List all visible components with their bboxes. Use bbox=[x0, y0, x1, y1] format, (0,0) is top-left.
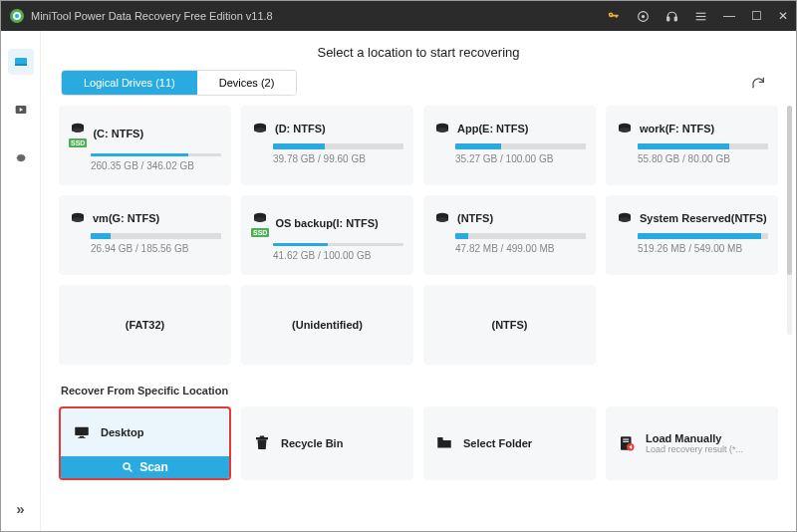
section-specific-location: Recover From Specific Location bbox=[41, 365, 796, 406]
svg-point-34 bbox=[124, 463, 130, 469]
drive-card[interactable]: (D: NTFS)39.78 GB / 99.60 GB bbox=[241, 106, 413, 185]
headphones-icon[interactable] bbox=[665, 10, 678, 23]
drive-card[interactable]: (FAT32) bbox=[59, 285, 231, 365]
tab-logical-drives[interactable]: Logical Drives (11) bbox=[62, 71, 197, 95]
hdd-icon bbox=[616, 120, 634, 137]
sidebar-item-recovery[interactable] bbox=[8, 49, 34, 75]
location-recycle-bin[interactable]: Recycle Bin bbox=[241, 406, 413, 480]
desktop-icon bbox=[73, 423, 91, 441]
drive-name: System Reserved(NTFS) bbox=[640, 212, 767, 224]
close-button[interactable]: ✕ bbox=[778, 9, 788, 23]
location-load-manually[interactable]: Load Manually Load recovery result (*... bbox=[606, 406, 778, 480]
svg-rect-40 bbox=[623, 439, 629, 440]
hdd-icon bbox=[251, 120, 269, 137]
drive-name: work(F: NTFS) bbox=[640, 123, 714, 134]
drive-card[interactable]: vm(G: NTFS)26.94 GB / 185.56 GB bbox=[59, 195, 231, 275]
svg-point-2 bbox=[15, 14, 19, 18]
drive-name: (D: NTFS) bbox=[275, 123, 326, 134]
minimize-button[interactable]: — bbox=[723, 9, 735, 23]
usage-bar bbox=[455, 143, 586, 149]
usage-bar bbox=[91, 153, 221, 156]
drive-usage: 41.62 GB / 100.00 GB bbox=[273, 250, 403, 261]
svg-rect-41 bbox=[623, 441, 629, 442]
sidebar: » bbox=[1, 31, 41, 531]
sidebar-expand-button[interactable]: » bbox=[16, 500, 24, 517]
drive-usage: 260.35 GB / 346.02 GB bbox=[91, 160, 221, 171]
drive-card[interactable]: System Reserved(NTFS)519.26 MB / 549.00 … bbox=[606, 195, 778, 275]
drive-card[interactable]: (NTFS)47.82 MB / 499.00 MB bbox=[423, 195, 596, 275]
svg-rect-8 bbox=[696, 12, 706, 13]
drive-usage: 47.82 MB / 499.00 MB bbox=[455, 243, 586, 254]
location-select-folder[interactable]: Select Folder bbox=[423, 406, 596, 480]
usage-bar bbox=[91, 233, 221, 239]
drive-name: (NTFS) bbox=[457, 212, 493, 224]
location-sublabel: Load recovery result (*... bbox=[646, 444, 743, 454]
usage-bar bbox=[273, 243, 403, 246]
svg-point-18 bbox=[254, 128, 266, 133]
drive-usage: 55.80 GB / 80.00 GB bbox=[638, 153, 768, 164]
hdd-icon bbox=[433, 209, 451, 227]
app-logo-icon bbox=[9, 8, 25, 24]
svg-point-22 bbox=[619, 128, 631, 133]
tabs: Logical Drives (11) Devices (2) bbox=[61, 70, 297, 96]
drive-card[interactable]: work(F: NTFS)55.80 GB / 80.00 GB bbox=[606, 106, 778, 185]
svg-point-30 bbox=[619, 217, 631, 222]
drive-card[interactable]: SSDOS backup(I: NTFS)41.62 GB / 100.00 G… bbox=[241, 195, 413, 275]
svg-point-5 bbox=[642, 15, 644, 17]
svg-rect-37 bbox=[260, 436, 265, 438]
page-heading: Select a location to start recovering bbox=[41, 31, 796, 70]
usage-bar bbox=[273, 143, 403, 149]
folder-icon bbox=[435, 434, 453, 452]
key-icon[interactable] bbox=[607, 9, 621, 23]
drive-usage: 519.26 MB / 549.00 MB bbox=[638, 243, 768, 254]
drive-usage: 35.27 GB / 100.00 GB bbox=[455, 153, 586, 164]
refresh-button[interactable] bbox=[750, 75, 766, 91]
hdd-icon bbox=[616, 209, 634, 227]
scrollbar[interactable] bbox=[787, 106, 792, 335]
svg-rect-33 bbox=[78, 437, 86, 438]
drive-name: (FAT32) bbox=[126, 319, 165, 331]
location-label: Load Manually bbox=[646, 432, 743, 444]
window-title: MiniTool Power Data Recovery Free Editio… bbox=[31, 10, 607, 22]
svg-point-16 bbox=[72, 128, 84, 133]
menu-icon[interactable] bbox=[694, 10, 707, 23]
drive-name: (Unidentified) bbox=[292, 319, 363, 331]
usage-bar bbox=[638, 233, 768, 239]
load-manually-icon bbox=[618, 434, 636, 452]
usage-bar bbox=[638, 143, 768, 149]
svg-rect-10 bbox=[696, 19, 706, 20]
location-label: Desktop bbox=[101, 426, 143, 438]
location-label: Select Folder bbox=[463, 437, 532, 449]
svg-point-26 bbox=[254, 217, 266, 222]
sidebar-item-media[interactable] bbox=[8, 97, 34, 123]
maximize-button[interactable]: ☐ bbox=[751, 9, 762, 23]
svg-rect-7 bbox=[674, 17, 676, 21]
tab-devices[interactable]: Devices (2) bbox=[197, 71, 297, 95]
svg-point-20 bbox=[436, 128, 448, 133]
drive-usage: 39.78 GB / 99.60 GB bbox=[273, 153, 403, 164]
drive-card[interactable]: (Unidentified) bbox=[241, 285, 413, 365]
sidebar-item-settings[interactable] bbox=[8, 144, 34, 170]
drive-name: OS backup(I: NTFS) bbox=[275, 217, 378, 229]
disc-icon[interactable] bbox=[637, 10, 650, 23]
drive-usage: 26.94 GB / 185.56 GB bbox=[91, 243, 221, 254]
svg-point-3 bbox=[610, 14, 612, 16]
drive-name: App(E: NTFS) bbox=[457, 123, 528, 134]
hdd-icon: SSD bbox=[69, 120, 87, 147]
svg-point-28 bbox=[436, 217, 448, 222]
svg-rect-6 bbox=[667, 17, 669, 21]
drive-card[interactable]: SSD(C: NTFS)260.35 GB / 346.02 GB bbox=[59, 106, 231, 185]
drive-card[interactable]: (NTFS) bbox=[423, 285, 596, 365]
drive-card[interactable]: App(E: NTFS)35.27 GB / 100.00 GB bbox=[423, 106, 596, 185]
svg-rect-12 bbox=[15, 64, 27, 66]
svg-line-35 bbox=[130, 469, 133, 472]
scan-button[interactable]: Scan bbox=[61, 456, 229, 478]
location-desktop[interactable]: Desktop Scan bbox=[59, 406, 231, 480]
usage-bar bbox=[455, 233, 586, 239]
svg-rect-32 bbox=[80, 436, 85, 438]
location-label: Recycle Bin bbox=[281, 437, 343, 449]
hdd-icon bbox=[69, 209, 87, 227]
svg-rect-31 bbox=[75, 427, 89, 435]
hdd-icon bbox=[433, 120, 451, 137]
hdd-icon: SSD bbox=[251, 209, 269, 237]
